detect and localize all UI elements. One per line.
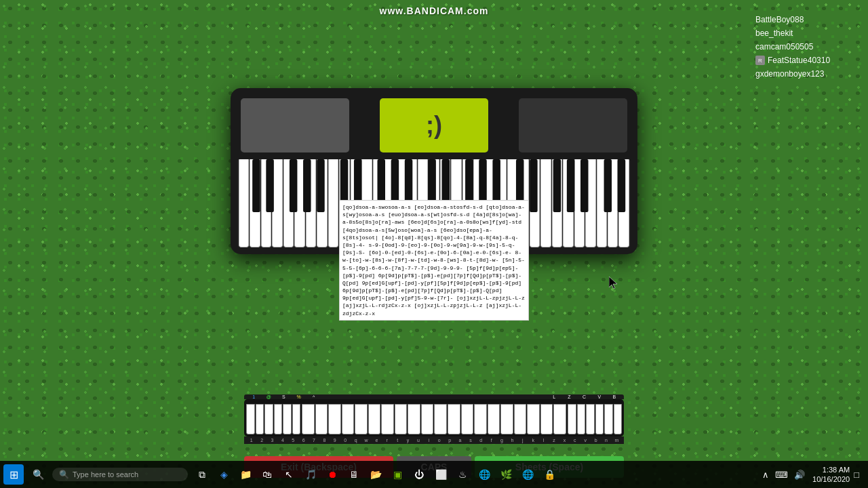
strip-key-mid-19[interactable] [540, 404, 553, 434]
piano-key-27[interactable] [530, 159, 540, 247]
strip-key-left-2[interactable] [256, 404, 264, 434]
strip-key-mid-4[interactable] [342, 404, 355, 434]
notification-icon[interactable]: □ [852, 470, 861, 480]
cursor-icon-tb[interactable]: ↖ [279, 465, 298, 484]
strip-key-right-4[interactable] [595, 404, 604, 434]
piano-key-9[interactable] [328, 159, 338, 247]
strip-key-left-5[interactable] [283, 404, 292, 434]
strip-key-mid-2[interactable] [315, 404, 328, 434]
chat-user-2-name: bee_thekit [755, 28, 793, 38]
piano-key-31[interactable] [574, 159, 585, 247]
piano-key-28[interactable] [540, 159, 551, 247]
sheet-music-text[interactable]: [qo]dsoa-a-swosoa-a-s [eo]dsoa-a-stosfd-… [339, 200, 529, 321]
piano-key-35[interactable] [618, 159, 629, 247]
key-label-B: B [607, 394, 622, 399]
num-d: d [476, 438, 486, 443]
folder2-icon[interactable]: 📂 [366, 465, 385, 484]
strip-key-left-3[interactable] [264, 404, 273, 434]
num-5: 5 [288, 438, 298, 443]
security-icon[interactable]: 🔒 [540, 465, 559, 484]
piano-key-8[interactable] [317, 159, 327, 247]
power-icon[interactable]: ⏻ [410, 465, 429, 484]
media-icon[interactable]: 🎵 [301, 465, 320, 484]
num-g: g [496, 438, 507, 443]
num-9: 9 [330, 438, 340, 443]
strip-key-right-1[interactable] [568, 404, 576, 434]
strip-key-mid-1[interactable] [302, 404, 315, 434]
num-2: 2 [256, 438, 267, 443]
search-bar[interactable]: 🔍 [52, 468, 188, 481]
piano-key-1[interactable] [239, 159, 249, 247]
strip-key-mid-12[interactable] [448, 404, 460, 434]
network-icon[interactable]: 🌐 [518, 465, 537, 484]
strip-key-right-3[interactable] [586, 404, 595, 434]
num-k: k [528, 438, 538, 443]
strip-key-mid-10[interactable] [421, 404, 434, 434]
num-o: o [434, 438, 444, 443]
strip-key-mid-15[interactable] [488, 404, 500, 434]
leaf-icon[interactable]: 🌿 [496, 465, 515, 484]
chat-user-2: bee_thekit [753, 27, 861, 39]
piano-key-6[interactable] [294, 159, 304, 247]
strip-key-mid-8[interactable] [395, 404, 408, 434]
num-q: q [351, 438, 361, 443]
key-label-pct: % [291, 394, 306, 399]
screen-icon[interactable]: 🖥 [344, 465, 363, 484]
piano-key-7[interactable] [306, 159, 316, 247]
steam-icon[interactable]: ♨ [453, 465, 472, 484]
gpu-icon[interactable]: ▣ [388, 465, 407, 484]
volume-icon[interactable]: 🔊 [792, 470, 807, 480]
piano-key-3[interactable] [261, 159, 271, 247]
strip-key-right-6[interactable] [614, 404, 623, 434]
chat-user-3: camcam050505 [753, 41, 861, 53]
strip-key-mid-6[interactable] [368, 404, 381, 434]
strip-key-mid-14[interactable] [474, 404, 487, 434]
strip-key-mid-13[interactable] [461, 404, 474, 434]
piano-key-33[interactable] [597, 159, 607, 247]
key-label-S: S [276, 394, 291, 399]
display-panel: ;) [380, 98, 488, 152]
strip-key-right-2[interactable] [577, 404, 586, 434]
num-i: i [424, 438, 434, 443]
number-row: 1 2 3 4 5 6 7 8 9 0 q w e r t y u i o p … [244, 436, 624, 444]
num-f: f [486, 438, 496, 443]
piano-key-34[interactable] [608, 159, 618, 247]
piano-key-4[interactable] [272, 159, 282, 247]
strip-key-mid-18[interactable] [527, 404, 540, 434]
strip-key-mid-3[interactable] [328, 404, 341, 434]
file-explorer-icon[interactable]: 📁 [236, 465, 255, 484]
strip-key-left-1[interactable] [246, 404, 255, 434]
num-1: 1 [246, 438, 256, 443]
num-h: h [507, 438, 517, 443]
browser-icon[interactable]: 🌐 [475, 465, 494, 484]
chat-user-1: BattleBoy088 [753, 14, 861, 26]
piano-key-5[interactable] [283, 159, 294, 247]
strip-key-right-5[interactable] [604, 404, 613, 434]
search-input[interactable] [73, 470, 174, 479]
store-icon[interactable]: 🛍 [258, 465, 277, 484]
num-s: s [465, 438, 475, 443]
strip-key-mid-16[interactable] [500, 404, 513, 434]
edge-icon[interactable]: ◈ [214, 465, 233, 484]
strip-key-mid-9[interactable] [408, 404, 420, 434]
strip-key-mid-5[interactable] [355, 404, 368, 434]
chevron-up-icon[interactable]: ∧ [760, 470, 771, 480]
strip-key-mid-20[interactable] [553, 404, 566, 434]
task-view-icon[interactable]: ⧉ [193, 465, 212, 484]
piano-key-32[interactable] [585, 159, 595, 247]
strip-key-mid-17[interactable] [514, 404, 527, 434]
box-icon[interactable]: ⬜ [431, 465, 450, 484]
strip-key-left-4[interactable] [274, 404, 283, 434]
piano-key-29[interactable] [552, 159, 562, 247]
strip-key-mid-11[interactable] [434, 404, 447, 434]
piano-key-30[interactable] [563, 159, 573, 247]
piano-key-2[interactable] [250, 159, 260, 247]
panel-right [519, 98, 627, 152]
start-button[interactable]: ⊞ [3, 464, 24, 485]
strip-key-left-6[interactable] [292, 404, 301, 434]
num-m: m [612, 438, 622, 443]
keyboard-icon[interactable]: ⌨ [773, 470, 790, 480]
num-0: 0 [340, 438, 351, 443]
rec-icon[interactable]: ⏺ [323, 465, 342, 484]
strip-key-mid-7[interactable] [381, 404, 394, 434]
